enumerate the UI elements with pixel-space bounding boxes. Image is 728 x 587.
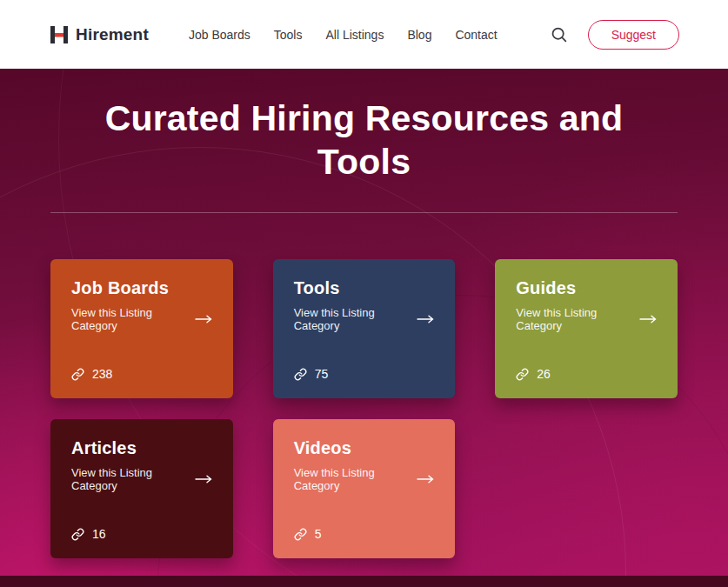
arrow-right-icon [417, 315, 434, 324]
category-card-tools[interactable]: Tools View this Listing Category 75 [273, 259, 456, 398]
header-right: Suggest [550, 20, 679, 50]
logo-text: Hirement [76, 25, 149, 44]
card-view-link[interactable]: View this Listing Category [71, 466, 212, 492]
logo[interactable]: Hirement [49, 24, 149, 45]
card-count: 5 [294, 527, 435, 541]
link-icon [71, 368, 84, 381]
arrow-right-icon [639, 315, 657, 324]
hero: Curated Hiring Resources and Tools [0, 69, 728, 213]
category-cards: Job Boards View this Listing Category 23… [50, 259, 678, 558]
suggest-button[interactable]: Suggest [588, 20, 679, 50]
nav-item-contact[interactable]: Contact [455, 28, 497, 42]
main-nav: Job Boards Tools All Listings Blog Conta… [189, 28, 498, 42]
arrow-right-icon [195, 475, 212, 484]
card-count: 238 [71, 367, 212, 381]
category-card-guides[interactable]: Guides View this Listing Category 26 [495, 259, 678, 398]
link-icon [294, 368, 307, 381]
card-title: Guides [516, 278, 657, 298]
link-icon [516, 368, 529, 381]
arrow-right-icon [195, 315, 212, 324]
logo-h-icon [49, 24, 70, 45]
card-view-link[interactable]: View this Listing Category [516, 306, 657, 332]
card-count-value: 75 [315, 367, 329, 381]
card-title: Job Boards [71, 278, 212, 298]
card-link-label: View this Listing Category [294, 466, 407, 492]
nav-item-blog[interactable]: Blog [407, 28, 431, 42]
card-count-value: 5 [315, 527, 322, 541]
card-count: 26 [516, 367, 657, 381]
card-count: 75 [294, 367, 435, 381]
link-icon [294, 528, 307, 541]
card-count-value: 26 [537, 367, 551, 381]
footer-strip [0, 576, 728, 587]
card-link-label: View this Listing Category [294, 306, 407, 332]
card-view-link[interactable]: View this Listing Category [294, 466, 435, 492]
card-link-label: View this Listing Category [71, 466, 184, 492]
card-link-label: View this Listing Category [516, 306, 629, 332]
card-title: Videos [294, 438, 435, 458]
category-card-job-boards[interactable]: Job Boards View this Listing Category 23… [50, 259, 233, 398]
main-section: Curated Hiring Resources and Tools Job B… [0, 69, 728, 576]
card-count: 16 [71, 527, 212, 541]
category-card-videos[interactable]: Videos View this Listing Category 5 [273, 419, 456, 558]
nav-item-all-listings[interactable]: All Listings [325, 28, 384, 42]
card-count-value: 238 [92, 367, 112, 381]
card-count-value: 16 [92, 527, 106, 541]
card-link-label: View this Listing Category [71, 306, 184, 332]
card-view-link[interactable]: View this Listing Category [294, 306, 435, 332]
nav-item-job-boards[interactable]: Job Boards [189, 28, 250, 42]
nav-item-tools[interactable]: Tools [274, 28, 303, 42]
category-card-articles[interactable]: Articles View this Listing Category 16 [50, 419, 233, 558]
page-title: Curated Hiring Resources and Tools [69, 97, 660, 183]
header: Hirement Job Boards Tools All Listings B… [0, 0, 728, 69]
arrow-right-icon [417, 475, 434, 484]
card-view-link[interactable]: View this Listing Category [71, 306, 212, 332]
divider [50, 212, 678, 213]
link-icon [71, 528, 84, 541]
card-title: Tools [294, 278, 435, 298]
page: Hirement Job Boards Tools All Listings B… [0, 0, 728, 587]
search-icon[interactable] [550, 25, 569, 44]
card-title: Articles [71, 438, 212, 458]
